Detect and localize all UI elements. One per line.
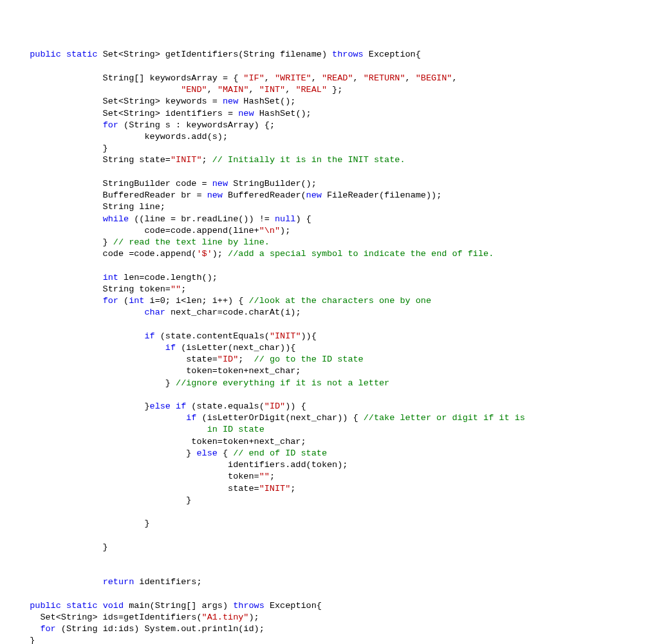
line-25: } //ignore everything if it is not a let… — [19, 378, 389, 388]
comment: // Initially it is in the INIT state. — [212, 155, 405, 165]
code-text: , — [452, 73, 457, 83]
line-15: } // read the text line by line. — [19, 237, 270, 247]
comment: //look at the characters one by one — [248, 296, 431, 306]
code-text: main(String[] args) — [124, 601, 233, 611]
code-text: ) { — [295, 214, 311, 224]
comment: //ignore everything if it is not a lette… — [176, 378, 389, 388]
code-text: identifiers.add(token); — [19, 460, 348, 470]
line-28: in ID state — [19, 425, 265, 434]
code-text: Set<String> keywords = — [19, 97, 223, 106]
code-text: Set<String> getIdentifiers(String filena… — [98, 50, 333, 59]
code-text: ; — [270, 472, 275, 481]
keyword-else: else — [150, 401, 171, 411]
line-24: token=token+next_char; — [19, 366, 301, 376]
line-6: for (String s : keywordsArray) {; — [19, 120, 275, 130]
line-33: state="INIT"; — [19, 484, 295, 493]
code-text: } — [19, 636, 35, 644]
keyword-new: new — [306, 190, 322, 200]
keyword-new: new — [207, 190, 223, 200]
line-18: String token=""; — [19, 284, 186, 294]
keyword-throws: throws — [233, 601, 265, 611]
code-text: identifiers; — [134, 577, 201, 587]
line-20: char next_char=code.charAt(i); — [19, 308, 301, 317]
keyword-while: while — [103, 214, 129, 224]
code-text: } — [19, 378, 176, 388]
string-literal: "INIT" — [270, 331, 301, 341]
string-literal: "INIT" — [259, 484, 291, 493]
code-text: token= — [19, 472, 259, 481]
code-text: } — [19, 542, 108, 552]
code-text: token=token+next_char; — [19, 437, 306, 446]
code-text: ; — [290, 484, 295, 493]
code-text: , — [285, 85, 295, 95]
keyword-new: new — [223, 97, 238, 106]
string-literal: "INT" — [259, 85, 286, 95]
comment: in ID state — [19, 425, 265, 434]
comment: //add a special symbol to indicate the e… — [228, 249, 494, 259]
keyword-if: if — [186, 413, 196, 423]
code-text: , — [405, 73, 416, 83]
line-19: for (int i=0; i<len; i++) { //look at th… — [19, 296, 431, 306]
code-text: code=code.append(line+ — [19, 226, 259, 235]
line-13: while ((line = br.readLine()) != null) { — [19, 214, 311, 224]
string-literal: "\n" — [259, 226, 280, 235]
line-10: StringBuilder code = new StringBuilder()… — [19, 179, 317, 189]
line-7: keywords.add(s); — [19, 132, 228, 142]
string-literal: "A1.tiny" — [202, 612, 249, 622]
line-3: "END", "MAIN", "INT", "REAL" }; — [19, 85, 342, 95]
string-literal: "IF" — [243, 73, 264, 83]
code-text — [171, 401, 176, 411]
keyword-char: char — [144, 308, 165, 317]
line-14: code=code.append(line+"\n"); — [19, 226, 290, 235]
code-text: , — [265, 73, 275, 83]
line-31: identifiers.add(token); — [19, 460, 348, 470]
line-4: Set<String> keywords = new HashSet(); — [19, 97, 295, 106]
code-text: )) { — [285, 401, 306, 411]
code-text: (isLetterOrDigit(next_char)) { — [196, 413, 363, 423]
string-literal: "READ" — [322, 73, 353, 83]
code-text: Set<String> ids=getIdentifiers( — [19, 612, 202, 622]
line-1: public static Set<String> getIdentifiers… — [19, 50, 421, 59]
code-text: StringBuilder code = — [19, 179, 212, 189]
comment: // read the text line by line. — [113, 237, 270, 247]
code-text: ((line = br.readLine()) != — [129, 214, 275, 224]
line-38: public static void main(String[] args) t… — [19, 601, 322, 611]
keyword-for: for — [103, 120, 118, 130]
comment: //take letter or digit if it is — [364, 413, 525, 423]
string-literal: "INIT" — [171, 155, 202, 165]
code-text: (String s : keywordsArray) {; — [118, 120, 275, 130]
line-40: for (String id:ids) System.out.println(i… — [19, 624, 265, 634]
code-text — [98, 601, 103, 611]
line-17: int len=code.length(); — [19, 273, 218, 282]
code-listing: public static Set<String> getIdentifiers… — [19, 49, 640, 644]
code-text: code =code.append( — [19, 249, 196, 259]
line-2: String[] keywordsArray = { "IF", "WRITE"… — [19, 73, 458, 83]
line-21: if (state.contentEquals("INIT")){ — [19, 331, 317, 341]
code-text: { — [218, 448, 233, 458]
code-text: FileReader(filename)); — [322, 190, 441, 200]
code-text: ( — [118, 296, 129, 306]
code-text: , — [353, 73, 364, 83]
line-26: }else if (state.equals("ID")) { — [19, 401, 306, 411]
line-34: } — [19, 495, 191, 505]
code-text: state= — [19, 354, 218, 364]
char-literal: '$' — [196, 249, 212, 259]
code-text: (state.contentEquals( — [155, 331, 270, 341]
code-text: String token= — [19, 284, 171, 294]
code-text: ; — [181, 284, 186, 294]
line-22: if (isLetter(next_char)){ — [19, 343, 295, 353]
code-text: } — [19, 401, 150, 411]
code-text: (String id:ids) System.out.println(id); — [56, 624, 265, 634]
string-literal: "" — [171, 284, 181, 294]
line-30: } else { // end of ID state — [19, 448, 327, 458]
comment: // go to the ID state — [254, 354, 364, 364]
keyword-new: new — [238, 109, 254, 118]
code-text: Set<String> identifiers = — [19, 109, 238, 118]
code-text: } — [19, 448, 196, 458]
string-literal: "MAIN" — [218, 85, 249, 95]
keyword-static: static — [66, 601, 98, 611]
keyword-null: null — [275, 214, 295, 224]
keyword-if: if — [176, 401, 186, 411]
code-text: (isLetter(next_char)){ — [176, 343, 295, 353]
keyword-static: static — [66, 50, 98, 59]
